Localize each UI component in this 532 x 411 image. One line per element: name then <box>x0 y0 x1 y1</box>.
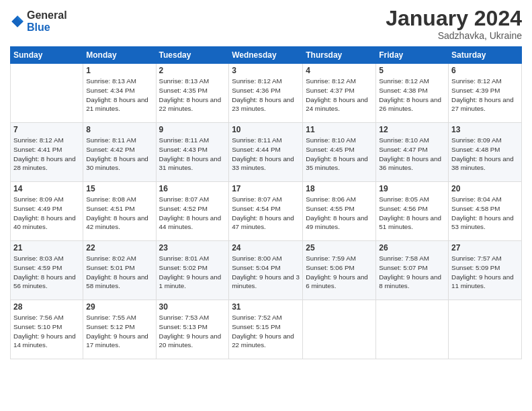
logo-icon <box>10 14 25 29</box>
header-row: SundayMondayTuesdayWednesdayThursdayFrid… <box>11 47 522 64</box>
page: General Blue January 2024 Sadzhavka, Ukr… <box>0 0 532 411</box>
day-number: 16 <box>159 184 226 193</box>
day-info: Sunrise: 8:11 AMSunset: 4:44 PMDaylight:… <box>232 136 300 173</box>
day-info: Sunrise: 8:13 AMSunset: 4:34 PMDaylight:… <box>86 77 152 113</box>
week-row-1: 1Sunrise: 8:13 AMSunset: 4:34 PMDaylight… <box>11 64 522 123</box>
month-title: January 2024 <box>386 7 522 30</box>
day-number: 7 <box>13 125 80 134</box>
header-cell-saturday: Saturday <box>449 47 522 64</box>
day-cell: 3Sunrise: 8:12 AMSunset: 4:36 PMDaylight… <box>229 64 303 123</box>
day-number: 6 <box>451 66 519 75</box>
day-cell: 11Sunrise: 8:10 AMSunset: 4:45 PMDayligh… <box>303 123 376 182</box>
day-number: 17 <box>232 184 300 193</box>
day-cell: 7Sunrise: 8:12 AMSunset: 4:41 PMDaylight… <box>11 123 83 182</box>
day-cell: 24Sunrise: 8:00 AMSunset: 5:04 PMDayligh… <box>229 241 303 300</box>
day-info: Sunrise: 7:57 AMSunset: 5:09 PMDaylight:… <box>451 254 519 291</box>
day-info: Sunrise: 7:53 AMSunset: 5:13 PMDaylight:… <box>159 313 226 350</box>
day-info: Sunrise: 8:10 AMSunset: 4:45 PMDaylight:… <box>306 136 373 173</box>
day-number: 25 <box>306 243 373 253</box>
day-cell <box>376 300 449 359</box>
day-info: Sunrise: 8:11 AMSunset: 4:42 PMDaylight:… <box>86 136 152 173</box>
calendar-body: 1Sunrise: 8:13 AMSunset: 4:34 PMDaylight… <box>11 64 522 359</box>
day-cell: 18Sunrise: 8:06 AMSunset: 4:55 PMDayligh… <box>303 182 376 241</box>
day-number: 15 <box>86 184 152 193</box>
day-number: 22 <box>86 243 152 253</box>
day-info: Sunrise: 8:10 AMSunset: 4:47 PMDaylight:… <box>379 136 445 173</box>
day-info: Sunrise: 8:03 AMSunset: 4:59 PMDaylight:… <box>13 254 80 291</box>
day-cell: 27Sunrise: 7:57 AMSunset: 5:09 PMDayligh… <box>449 241 522 300</box>
location: Sadzhavka, Ukraine <box>386 30 522 41</box>
day-number: 31 <box>232 302 300 312</box>
day-cell: 10Sunrise: 8:11 AMSunset: 4:44 PMDayligh… <box>229 123 303 182</box>
day-number: 2 <box>159 66 226 75</box>
day-info: Sunrise: 7:52 AMSunset: 5:15 PMDaylight:… <box>232 313 300 350</box>
day-number: 1 <box>86 66 152 75</box>
day-cell: 28Sunrise: 7:56 AMSunset: 5:10 PMDayligh… <box>11 300 83 359</box>
day-number: 28 <box>13 302 80 312</box>
logo: General Blue <box>10 9 67 33</box>
day-number: 18 <box>306 184 373 193</box>
header-cell-tuesday: Tuesday <box>156 47 229 64</box>
day-info: Sunrise: 8:07 AMSunset: 4:52 PMDaylight:… <box>159 195 226 232</box>
day-info: Sunrise: 7:59 AMSunset: 5:06 PMDaylight:… <box>306 254 373 291</box>
day-number: 14 <box>13 184 80 193</box>
day-number: 8 <box>86 125 152 134</box>
day-info: Sunrise: 8:12 AMSunset: 4:36 PMDaylight:… <box>232 77 300 113</box>
calendar-table: SundayMondayTuesdayWednesdayThursdayFrid… <box>10 46 522 359</box>
header: General Blue January 2024 Sadzhavka, Ukr… <box>10 7 522 41</box>
day-number: 3 <box>232 66 300 75</box>
week-row-5: 28Sunrise: 7:56 AMSunset: 5:10 PMDayligh… <box>11 300 522 359</box>
week-row-4: 21Sunrise: 8:03 AMSunset: 4:59 PMDayligh… <box>11 241 522 300</box>
day-cell: 20Sunrise: 8:04 AMSunset: 4:58 PMDayligh… <box>449 182 522 241</box>
day-cell: 26Sunrise: 7:58 AMSunset: 5:07 PMDayligh… <box>376 241 449 300</box>
day-info: Sunrise: 8:13 AMSunset: 4:35 PMDaylight:… <box>159 77 226 113</box>
day-cell <box>11 64 83 123</box>
header-cell-sunday: Sunday <box>11 47 83 64</box>
header-cell-monday: Monday <box>83 47 156 64</box>
day-number: 29 <box>86 302 152 312</box>
day-number: 5 <box>379 66 445 75</box>
day-info: Sunrise: 8:05 AMSunset: 4:56 PMDaylight:… <box>379 195 445 232</box>
day-info: Sunrise: 7:58 AMSunset: 5:07 PMDaylight:… <box>379 254 445 291</box>
day-info: Sunrise: 8:09 AMSunset: 4:49 PMDaylight:… <box>13 195 80 232</box>
day-info: Sunrise: 8:09 AMSunset: 4:48 PMDaylight:… <box>451 136 519 173</box>
day-info: Sunrise: 8:11 AMSunset: 4:43 PMDaylight:… <box>159 136 226 173</box>
week-row-3: 14Sunrise: 8:09 AMSunset: 4:49 PMDayligh… <box>11 182 522 241</box>
day-number: 27 <box>451 243 519 253</box>
day-info: Sunrise: 7:55 AMSunset: 5:12 PMDaylight:… <box>86 313 152 350</box>
day-info: Sunrise: 8:12 AMSunset: 4:37 PMDaylight:… <box>306 77 373 113</box>
day-number: 26 <box>379 243 445 253</box>
day-cell: 2Sunrise: 8:13 AMSunset: 4:35 PMDaylight… <box>156 64 229 123</box>
logo-blue: Blue <box>27 21 67 34</box>
day-number: 19 <box>379 184 445 193</box>
day-number: 23 <box>159 243 226 253</box>
day-number: 21 <box>13 243 80 253</box>
day-cell: 15Sunrise: 8:08 AMSunset: 4:51 PMDayligh… <box>83 182 156 241</box>
day-cell: 19Sunrise: 8:05 AMSunset: 4:56 PMDayligh… <box>376 182 449 241</box>
day-cell <box>303 300 376 359</box>
day-cell: 9Sunrise: 8:11 AMSunset: 4:43 PMDaylight… <box>156 123 229 182</box>
day-info: Sunrise: 8:08 AMSunset: 4:51 PMDaylight:… <box>86 195 152 232</box>
day-cell: 31Sunrise: 7:52 AMSunset: 5:15 PMDayligh… <box>229 300 303 359</box>
day-number: 11 <box>306 125 373 134</box>
day-cell: 23Sunrise: 8:01 AMSunset: 5:02 PMDayligh… <box>156 241 229 300</box>
day-cell: 8Sunrise: 8:11 AMSunset: 4:42 PMDaylight… <box>83 123 156 182</box>
day-info: Sunrise: 8:02 AMSunset: 5:01 PMDaylight:… <box>86 254 152 291</box>
day-cell: 22Sunrise: 8:02 AMSunset: 5:01 PMDayligh… <box>83 241 156 300</box>
day-cell: 29Sunrise: 7:55 AMSunset: 5:12 PMDayligh… <box>83 300 156 359</box>
day-cell: 14Sunrise: 8:09 AMSunset: 4:49 PMDayligh… <box>11 182 83 241</box>
day-cell: 13Sunrise: 8:09 AMSunset: 4:48 PMDayligh… <box>449 123 522 182</box>
day-info: Sunrise: 8:00 AMSunset: 5:04 PMDaylight:… <box>232 254 300 291</box>
day-cell: 6Sunrise: 8:12 AMSunset: 4:39 PMDaylight… <box>449 64 522 123</box>
day-info: Sunrise: 8:04 AMSunset: 4:58 PMDaylight:… <box>451 195 519 232</box>
calendar-header: SundayMondayTuesdayWednesdayThursdayFrid… <box>11 47 522 64</box>
day-info: Sunrise: 8:12 AMSunset: 4:38 PMDaylight:… <box>379 77 445 113</box>
logo-general: General <box>27 9 67 21</box>
day-info: Sunrise: 8:06 AMSunset: 4:55 PMDaylight:… <box>306 195 373 232</box>
week-row-2: 7Sunrise: 8:12 AMSunset: 4:41 PMDaylight… <box>11 123 522 182</box>
day-number: 20 <box>451 184 519 193</box>
day-info: Sunrise: 8:01 AMSunset: 5:02 PMDaylight:… <box>159 254 226 291</box>
day-cell <box>449 300 522 359</box>
header-cell-friday: Friday <box>376 47 449 64</box>
day-cell: 4Sunrise: 8:12 AMSunset: 4:37 PMDaylight… <box>303 64 376 123</box>
